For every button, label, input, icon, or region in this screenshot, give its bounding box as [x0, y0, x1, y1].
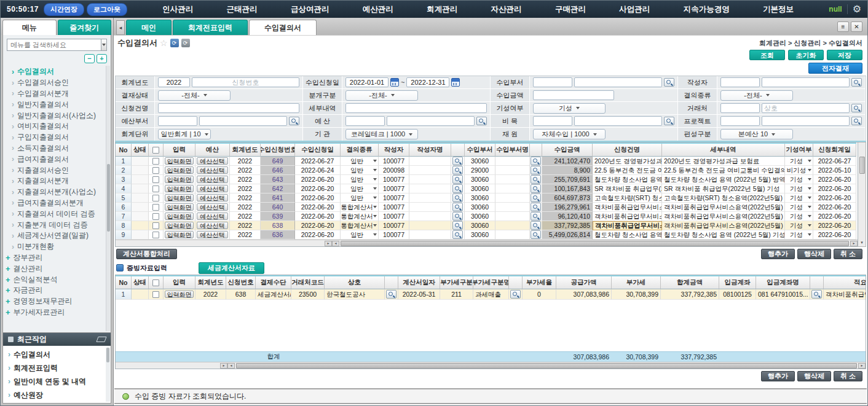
recent-scrollbar[interactable]	[106, 348, 110, 402]
search-dropdown-button[interactable]	[101, 39, 107, 51]
name-input[interactable]	[387, 116, 475, 126]
name-input[interactable]	[762, 77, 850, 87]
scroll-down-icon[interactable]: ▾	[859, 240, 866, 246]
logout-button[interactable]: 로그아웃	[87, 3, 127, 16]
eraser-icon[interactable]	[96, 337, 106, 342]
lookup-button[interactable]	[452, 193, 463, 202]
scroll-right-icon[interactable]: ▸	[220, 363, 227, 369]
cell-done[interactable]: 기성	[785, 230, 813, 240]
menu-search-input[interactable]	[7, 39, 101, 51]
select-box[interactable]: 자체수입 | 1000	[533, 129, 606, 139]
expand-all-button[interactable]: +	[97, 54, 107, 63]
sidebar-item[interactable]: ›소득지출결의서	[12, 143, 105, 154]
calendar-icon[interactable]	[451, 78, 460, 87]
row-checkbox[interactable]	[152, 195, 159, 201]
sidebar-tab-menu[interactable]: 메뉴	[2, 20, 57, 35]
cell-type[interactable]: 통합계산서	[341, 212, 379, 221]
settings-gear-icon[interactable]: ⚙	[853, 4, 861, 14]
budget-select-button[interactable]: 예산선택	[197, 166, 228, 174]
scrollbar-thumb[interactable]	[341, 241, 849, 246]
budget-select-button[interactable]: 예산선택	[197, 222, 228, 229]
cell-done[interactable]: 기성	[785, 157, 813, 166]
lookup-button[interactable]	[531, 230, 541, 239]
lookup-button[interactable]	[510, 290, 521, 299]
text-input[interactable]	[345, 103, 487, 113]
sidebar-item[interactable]: ›세금계산서연결(일괄)	[12, 230, 105, 241]
sidebar-item[interactable]: ›지출분개 데이터 검증	[12, 219, 105, 230]
lookup-button[interactable]	[452, 221, 463, 230]
input-screen-button[interactable]: 입력화면	[165, 213, 194, 220]
cell-type[interactable]: 일반	[341, 166, 379, 175]
lookup-button[interactable]	[531, 175, 541, 184]
lookup-button[interactable]	[452, 157, 463, 165]
table-row[interactable]: 7입력화면예산선택20226392022-06-20통합계산서100077300…	[116, 212, 856, 221]
code-input[interactable]	[533, 116, 572, 126]
vertical-scrollbar[interactable]: ▾	[858, 142, 866, 247]
document-tab[interactable]: 메인	[126, 20, 172, 35]
budget-select-button[interactable]: 예산선택	[197, 157, 228, 165]
input-screen-button[interactable]: 입력화면	[165, 194, 194, 201]
lookup-button[interactable]	[531, 221, 541, 230]
lookup-button[interactable]	[531, 193, 541, 202]
select-box[interactable]: 일반회계 | 10	[158, 129, 211, 139]
input-screen-button[interactable]: 입력화면	[165, 203, 194, 211]
topbar-menu-item[interactable]: 지속가능경영	[684, 4, 730, 15]
amount-input[interactable]	[533, 90, 614, 100]
reset-button[interactable]: 초기화	[788, 50, 824, 60]
sidebar-item[interactable]: ›급여지출결의서분개	[12, 198, 105, 209]
lookup-button[interactable]	[476, 117, 487, 125]
grid2-add-row-button[interactable]: 행추가	[761, 371, 795, 381]
date-to-input[interactable]	[406, 77, 449, 87]
code-input[interactable]	[720, 116, 760, 126]
tab-scroll-left-button[interactable]: ◂	[116, 20, 125, 35]
name-input[interactable]	[762, 103, 850, 113]
sidebar-item[interactable]: +결산관리	[6, 263, 105, 274]
sidebar-item[interactable]: ›수입결의서	[12, 66, 105, 77]
table-row[interactable]: 1입력화면예산선택20226492022-06-27일반100077300602…	[116, 157, 856, 166]
lookup-button[interactable]	[531, 157, 541, 165]
budget-select-button[interactable]: 예산선택	[197, 176, 228, 183]
sidebar-item[interactable]: ›지출결의서승인	[12, 165, 105, 176]
code-input[interactable]	[720, 103, 760, 113]
cell-done[interactable]: 비기성	[785, 166, 813, 175]
lookup-button[interactable]	[531, 203, 541, 211]
row-checkbox[interactable]	[152, 158, 159, 165]
grid1-add-row-button[interactable]: 행추가	[761, 249, 795, 259]
sidebar-item[interactable]: ›수입결의서승인	[12, 77, 105, 88]
sidebar-item[interactable]: ›지출결의서분개(사업소)	[12, 187, 105, 198]
lookup-button[interactable]	[851, 78, 862, 87]
refresh-icon[interactable]: ⟳	[170, 39, 179, 47]
input-screen-button[interactable]: 입력화면	[165, 231, 194, 238]
invoice-merge-button[interactable]: 계산서통합처리	[116, 249, 177, 259]
lookup-button[interactable]	[452, 166, 463, 174]
cell-done[interactable]: 기성	[785, 175, 813, 184]
save-button[interactable]: 저장	[827, 50, 862, 60]
sidebar-item[interactable]: +손익실적분석	[6, 274, 105, 285]
scroll-right-icon[interactable]: ▸	[850, 241, 858, 246]
cell-done[interactable]: 기성	[785, 193, 813, 203]
grid2-cancel-button[interactable]: 취 소	[834, 371, 862, 381]
select-box[interactable]: 코레일테크 | 1000	[345, 129, 418, 139]
code-input[interactable]	[533, 77, 572, 87]
cell-done[interactable]: 기성	[785, 221, 813, 230]
tab-list-button[interactable]: ≡	[837, 21, 849, 32]
cell-type[interactable]: 일반	[341, 175, 379, 184]
cell-type[interactable]: 통합계산서	[341, 221, 379, 230]
scroll-right-icon[interactable]: ▸	[325, 241, 332, 246]
topbar-menu-item[interactable]: 사업관리	[619, 4, 650, 15]
row-checkbox[interactable]	[152, 167, 159, 174]
lookup-button[interactable]	[289, 117, 299, 125]
favorite-star-icon[interactable]: ☆	[160, 39, 168, 47]
recent-item[interactable]: ›일반이체 연동 및 내역	[3, 375, 111, 388]
table-row[interactable]: 8입력화면예산선택20226382022-06-20통합계산서100077300…	[116, 221, 856, 230]
code-input[interactable]	[158, 116, 197, 126]
topbar-menu-item[interactable]: 구매관리	[555, 4, 586, 15]
topbar-menu-item[interactable]: 자산관리	[491, 4, 522, 15]
select-all-checkbox[interactable]	[152, 279, 159, 286]
budget-select-button[interactable]: 예산선택	[197, 213, 228, 220]
sidebar-item[interactable]: ›지출결의서분개	[12, 176, 105, 187]
name-input[interactable]	[762, 116, 850, 126]
scrollbar-thumb[interactable]	[859, 157, 865, 174]
code-input[interactable]	[720, 77, 760, 87]
topbar-menu-item[interactable]: 기본정보	[763, 4, 794, 15]
